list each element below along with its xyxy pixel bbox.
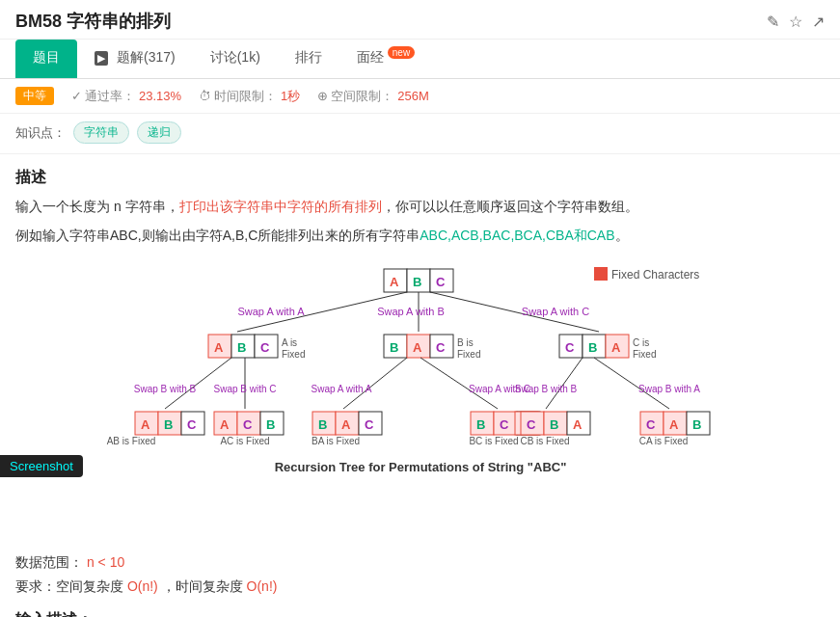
req-separator: ，时间复杂度 [162, 578, 247, 594]
tag-string[interactable]: 字符串 [73, 121, 129, 144]
time-limit-item: ⏱ 时间限制： 1秒 [199, 88, 300, 105]
tag-recursion[interactable]: 递归 [137, 121, 181, 144]
svg-text:Swap B with B: Swap B with B [133, 384, 196, 394]
tab-interview[interactable]: 面经 new [339, 40, 434, 78]
svg-text:A: A [141, 417, 150, 432]
tab-interview-label: 面经 [357, 49, 384, 67]
svg-text:C: C [527, 417, 536, 432]
pass-rate-item: ✓ 通过率： 23.13% [71, 88, 181, 105]
svg-text:B: B [164, 417, 173, 432]
req-time: O(n!) [247, 578, 278, 594]
svg-text:A: A [390, 275, 399, 289]
svg-text:B: B [476, 417, 485, 432]
requirements-text: 要求：空间复杂度 O(n!) ，时间复杂度 O(n!) [15, 575, 825, 599]
page-title: BM58 字符串的排列 [15, 10, 171, 33]
svg-text:C is: C is [633, 337, 649, 348]
tab-solution[interactable]: ▶ 题解(317) [77, 40, 193, 78]
data-range-text: 数据范围： n < 10 [15, 550, 825, 575]
svg-text:Swap B with A: Swap B with A [638, 384, 700, 394]
tab-discuss-label: 讨论(1k) [210, 49, 260, 67]
desc-part1: 输入一个长度为 n 字符串， [15, 199, 179, 214]
svg-text:B: B [237, 340, 246, 355]
svg-text:B: B [413, 275, 421, 289]
svg-text:Swap A with A: Swap A with A [311, 384, 371, 394]
svg-text:B: B [266, 417, 275, 432]
svg-rect-0 [594, 267, 608, 281]
svg-text:Swap B with B: Swap B with B [514, 384, 577, 394]
input-description: 输入描述： 输入一个字符串,长度不超过10,字符只包括大小写字母。 [15, 610, 825, 617]
svg-text:A: A [220, 417, 230, 432]
svg-text:B: B [550, 417, 558, 432]
header: BM58 字符串的排列 ✎ ☆ ↗ [0, 0, 840, 40]
svg-text:A: A [669, 417, 679, 432]
svg-text:Fixed Characters: Fixed Characters [611, 268, 699, 282]
tab-bar: 题目 ▶ 题解(317) 讨论(1k) 排行 面经 new [0, 40, 840, 79]
svg-text:C: C [260, 340, 270, 355]
data-range-label: 数据范围： [15, 554, 83, 570]
tab-rank-label: 排行 [295, 49, 322, 67]
svg-text:Swap A with B: Swap A with B [377, 306, 445, 317]
data-range-value: n < 10 [87, 554, 124, 570]
tags-label: 知识点： [15, 124, 66, 142]
svg-text:B: B [390, 340, 398, 355]
space-limit-value: 256M [397, 89, 429, 103]
svg-text:Swap A with A: Swap A with A [237, 306, 305, 317]
svg-text:A: A [573, 417, 583, 432]
desc-example-values: ABC,ACB,BAC,BCA,CBA和CAB [420, 228, 614, 243]
svg-text:A: A [611, 340, 621, 355]
diagram-container: Fixed Characters A B C Swap A with A Swa… [15, 259, 825, 539]
svg-text:AB is Fixed: AB is Fixed [106, 436, 155, 446]
check-icon: ✓ [71, 89, 82, 103]
screenshot-badge: Screenshot [0, 455, 83, 477]
svg-text:BA is Fixed: BA is Fixed [311, 436, 359, 446]
svg-text:B: B [692, 417, 701, 432]
svg-text:Fixed: Fixed [457, 349, 480, 360]
data-range: 数据范围： n < 10 要求：空间复杂度 O(n!) ，时间复杂度 O(n!) [15, 550, 825, 599]
pass-rate-value: 23.13% [139, 89, 181, 103]
svg-text:AC is Fixed: AC is Fixed [220, 436, 269, 446]
svg-text:Recursion Tree for Permutation: Recursion Tree for Permutations of Strin… [274, 460, 566, 474]
svg-text:Fixed: Fixed [633, 349, 656, 360]
tags-bar: 知识点： 字符串 递归 [0, 114, 840, 154]
clock-icon: ⏱ [199, 89, 211, 103]
svg-text:C: C [565, 340, 575, 355]
svg-text:A is: A is [282, 337, 297, 348]
difficulty-badge: 中等 [15, 87, 54, 105]
header-icons: ✎ ☆ ↗ [767, 13, 825, 31]
svg-text:A: A [413, 340, 422, 355]
tab-problem[interactable]: 题目 [15, 40, 77, 78]
svg-text:CA is Fixed: CA is Fixed [638, 436, 688, 446]
desc-highlight: 打印出该字符串中字符的所有排列 [179, 199, 382, 214]
svg-text:Fixed: Fixed [282, 349, 305, 360]
star-icon[interactable]: ☆ [789, 13, 802, 31]
svg-text:C: C [500, 417, 509, 432]
svg-text:Swap A with C: Swap A with C [521, 306, 588, 317]
svg-text:B: B [588, 340, 597, 355]
pass-rate-label: 通过率： [85, 88, 135, 105]
description-text1: 输入一个长度为 n 字符串，打印出该字符串中字符的所有排列，你可以以任意顺序返回… [15, 196, 825, 219]
svg-text:C: C [243, 417, 253, 432]
space-limit-item: ⊕ 空间限制： 256M [317, 88, 429, 105]
svg-text:BC is Fixed: BC is Fixed [469, 436, 518, 446]
share-icon[interactable]: ↗ [812, 13, 825, 31]
svg-text:C: C [187, 417, 197, 432]
time-limit-value: 1秒 [281, 88, 300, 105]
edit-icon[interactable]: ✎ [767, 13, 779, 31]
description-title: 描述 [15, 168, 825, 188]
space-limit-label: 空间限制： [331, 88, 393, 105]
tab-rank[interactable]: 排行 [278, 40, 339, 78]
tab-discuss[interactable]: 讨论(1k) [193, 40, 278, 78]
svg-text:C: C [646, 417, 656, 432]
video-icon: ▶ [95, 51, 108, 66]
desc-part2: ，你可以以任意顺序返回这个字符串数组。 [382, 199, 638, 214]
svg-text:Swap B with C: Swap B with C [213, 384, 276, 394]
main-content: 描述 输入一个长度为 n 字符串，打印出该字符串中字符的所有排列，你可以以任意顺… [0, 154, 840, 617]
svg-text:C: C [365, 417, 374, 432]
svg-text:A: A [341, 417, 351, 432]
svg-text:B: B [318, 417, 327, 432]
recursion-tree-svg: Fixed Characters A B C Swap A with A Swa… [83, 259, 758, 539]
svg-text:CB is Fixed: CB is Fixed [520, 436, 569, 446]
input-desc-title: 输入描述： [15, 610, 825, 617]
req-space: O(n!) [127, 578, 158, 594]
svg-text:B is: B is [457, 337, 474, 348]
